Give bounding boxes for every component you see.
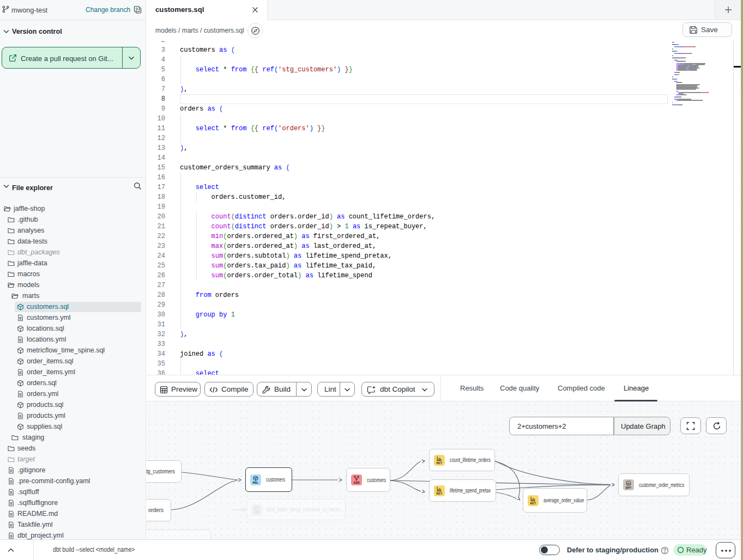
svg-text:lifetime_spend_pretax: lifetime_spend_pretax: [450, 487, 491, 494]
svg-text:customers: customers: [266, 476, 285, 483]
svg-text:orders: orders: [148, 507, 164, 513]
svg-text:stg_customers: stg_customers: [146, 468, 175, 474]
svg-text:count_lifetime_orders: count_lifetime_orders: [450, 456, 491, 463]
svg-text:customer_order_metrics: customer_order_metrics: [639, 482, 684, 488]
svg-text:customers: customers: [367, 477, 386, 483]
svg-text:average_order_value: average_order_value: [543, 497, 584, 503]
svg-text:test_order_items_compute_to_bo: test_order_items_compute_to_bools...: [267, 506, 343, 513]
